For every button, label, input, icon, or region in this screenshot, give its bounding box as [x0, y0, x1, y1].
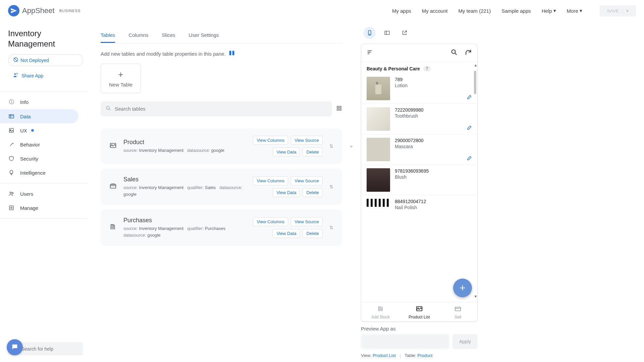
view-source-button[interactable]: View Source: [291, 217, 323, 226]
help-search-input[interactable]: [21, 346, 78, 352]
expand-collapse-icon[interactable]: ⇅: [329, 184, 333, 189]
nav-my-apps[interactable]: My apps: [392, 8, 411, 14]
view-link[interactable]: Product List: [373, 353, 396, 358]
search-tables[interactable]: [101, 101, 332, 116]
sidebar-item-security[interactable]: Security: [0, 152, 78, 166]
product-list[interactable]: 789 Lotion 72220099980 Toothbrush: [361, 73, 477, 302]
nav-more[interactable]: More ▾: [567, 8, 582, 14]
product-row[interactable]: 884912004712 Nail Polish: [361, 195, 477, 214]
product-row[interactable]: 29000072800 Mascara: [361, 134, 477, 165]
sidebar-item-users[interactable]: Users: [0, 187, 78, 201]
tab-columns[interactable]: Columns: [128, 28, 148, 43]
not-deployed-icon: [13, 57, 18, 63]
delete-button[interactable]: Delete: [303, 147, 323, 157]
product-row[interactable]: 72220099980 Toothbrush: [361, 104, 477, 134]
table-card-purchases[interactable]: Purchases source: Inventory Management q…: [101, 209, 342, 246]
tab-tables[interactable]: Tables: [101, 28, 115, 43]
svg-rect-3: [9, 115, 14, 118]
edit-icon[interactable]: [467, 124, 473, 131]
product-row[interactable]: 9781936093695 Blush: [361, 165, 477, 195]
edit-icon[interactable]: [467, 155, 473, 162]
search-tables-input[interactable]: [115, 106, 327, 112]
nav-sample-apps[interactable]: Sample apps: [501, 8, 531, 14]
view-source-button[interactable]: View Source: [291, 176, 323, 185]
preview-open-button[interactable]: [398, 27, 411, 39]
svg-point-6: [10, 192, 12, 194]
sort-icon[interactable]: [367, 49, 374, 57]
bottomnav-product-list[interactable]: Product List: [400, 302, 438, 321]
logo[interactable]: AppSheet BUSINESS: [8, 5, 80, 16]
chat-fab[interactable]: [7, 339, 23, 355]
table-label: Table:: [405, 353, 416, 358]
tab-slices[interactable]: Slices: [162, 28, 175, 43]
sidebar-item-ux[interactable]: UX: [0, 123, 78, 137]
bottomnav-label: Sell: [454, 315, 461, 319]
view-source-button[interactable]: View Source: [291, 136, 323, 145]
view-columns-button[interactable]: View Columns: [253, 217, 288, 226]
view-data-button[interactable]: View Data: [273, 229, 300, 238]
sidebar-item-behavior[interactable]: Behavior: [0, 137, 78, 152]
product-thumbnail: [367, 138, 390, 161]
svg-rect-15: [340, 109, 341, 111]
delete-button[interactable]: Delete: [303, 188, 323, 197]
view-data-button[interactable]: View Data: [273, 147, 300, 157]
nav-help[interactable]: Help ▾: [542, 8, 556, 14]
edit-icon[interactable]: [467, 94, 473, 101]
help-book-icon[interactable]: [228, 50, 235, 58]
table-link[interactable]: Product: [418, 353, 433, 358]
view-columns-button[interactable]: View Columns: [253, 176, 288, 185]
share-app-button[interactable]: Share App: [8, 70, 83, 81]
sidebar-item-data[interactable]: Data: [0, 109, 78, 123]
nav-my-team[interactable]: My team (221): [458, 8, 491, 14]
sidebar-item-info[interactable]: ⓘ Info: [0, 95, 78, 109]
table-name: Product: [123, 139, 246, 146]
product-name: Lotion: [395, 83, 472, 88]
search-icon[interactable]: [450, 49, 458, 57]
sidebar-item-manage[interactable]: Manage: [0, 201, 78, 215]
bottomnav-sell[interactable]: Sell: [439, 302, 477, 321]
svg-point-9: [11, 207, 12, 209]
delete-button[interactable]: Delete: [303, 229, 323, 238]
svg-point-7: [12, 192, 13, 194]
new-table-button[interactable]: + New Table: [101, 64, 141, 93]
product-sku: 884912004712: [395, 199, 472, 204]
svg-point-22: [452, 50, 455, 54]
sidebar-item-label: Users: [20, 191, 33, 197]
table-card-product[interactable]: Product source: Inventory Management dat…: [101, 128, 342, 164]
svg-rect-21: [385, 31, 389, 35]
refresh-icon[interactable]: [465, 49, 472, 57]
share-icon: [13, 72, 19, 79]
bottomnav-add-stock[interactable]: Add Stock: [361, 302, 400, 321]
product-thumbnail: [367, 107, 390, 131]
expand-collapse-icon[interactable]: ⇅: [329, 225, 333, 230]
view-columns-button[interactable]: View Columns: [253, 136, 288, 145]
chevron-down-icon: ▾: [580, 8, 582, 14]
scroll-down-icon[interactable]: ▾: [475, 294, 477, 299]
share-app-label: Share App: [21, 73, 43, 78]
deploy-status-badge[interactable]: Not Deployed: [8, 54, 83, 66]
nav-my-account[interactable]: My account: [422, 8, 448, 14]
sidebar-item-label: Behavior: [20, 142, 40, 147]
sidebar-item-label: Manage: [20, 205, 38, 211]
scroll-up-icon[interactable]: ▴: [475, 63, 477, 67]
preview-mobile-button[interactable]: [364, 27, 376, 39]
users-icon: [8, 191, 15, 197]
product-name: Blush: [395, 174, 472, 180]
table-card-sales[interactable]: Sales source: Inventory Management quali…: [101, 169, 342, 205]
fab-add-button[interactable]: +: [453, 279, 472, 297]
chevron-right-icon[interactable]: ▸: [351, 143, 353, 149]
product-thumbnail: [367, 168, 390, 192]
expand-collapse-icon[interactable]: ⇅: [329, 143, 333, 149]
sidebar-item-intelligence[interactable]: Intelligence: [0, 166, 78, 180]
apply-button[interactable]: Apply: [452, 334, 478, 349]
product-row[interactable]: 789 Lotion: [361, 73, 477, 104]
view-data-button[interactable]: View Data: [273, 188, 300, 197]
preview-tablet-button[interactable]: [381, 27, 393, 39]
grid-view-toggle[interactable]: [336, 105, 342, 112]
logo-text: AppSheet: [22, 6, 55, 15]
tab-user-settings[interactable]: User Settings: [189, 28, 219, 43]
bulb-icon: [8, 170, 15, 176]
save-label: SAVE: [607, 8, 619, 13]
nav-help-label: Help: [542, 8, 552, 14]
preview-as-input[interactable]: [361, 334, 449, 349]
